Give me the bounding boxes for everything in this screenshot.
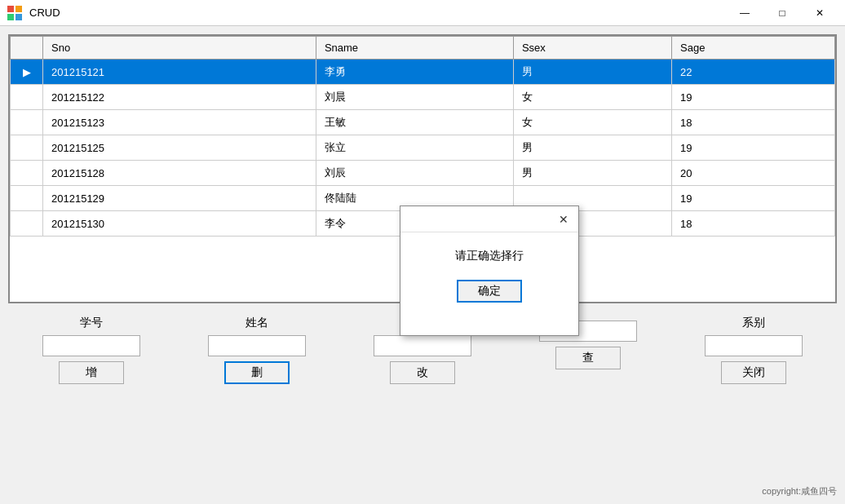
app-title: CRUD [29, 7, 726, 19]
modal-close-button[interactable]: ✕ [555, 211, 572, 228]
main-content: Sno Sname Ssex Sage ▶201215121李勇男2220121… [0, 26, 845, 504]
modal-message: 请正确选择行 [455, 249, 524, 263]
modal-dialog: ✕ 请正确选择行 确定 [400, 206, 579, 336]
modal-header: ✕ [400, 206, 578, 232]
svg-rect-1 [15, 6, 22, 12]
maximize-button[interactable]: □ [763, 0, 801, 26]
svg-rect-3 [15, 14, 22, 20]
modal-overlay: ✕ 请正确选择行 确定 [0, 26, 845, 504]
modal-ok-button[interactable]: 确定 [457, 280, 522, 303]
close-window-button[interactable]: ✕ [801, 0, 838, 26]
minimize-button[interactable]: — [726, 0, 763, 26]
app-logo [7, 5, 23, 21]
title-bar: CRUD — □ ✕ [0, 0, 845, 26]
window-controls: — □ ✕ [726, 0, 838, 26]
svg-rect-2 [7, 14, 14, 20]
svg-rect-0 [7, 6, 14, 12]
modal-body: 请正确选择行 确定 [400, 232, 578, 315]
